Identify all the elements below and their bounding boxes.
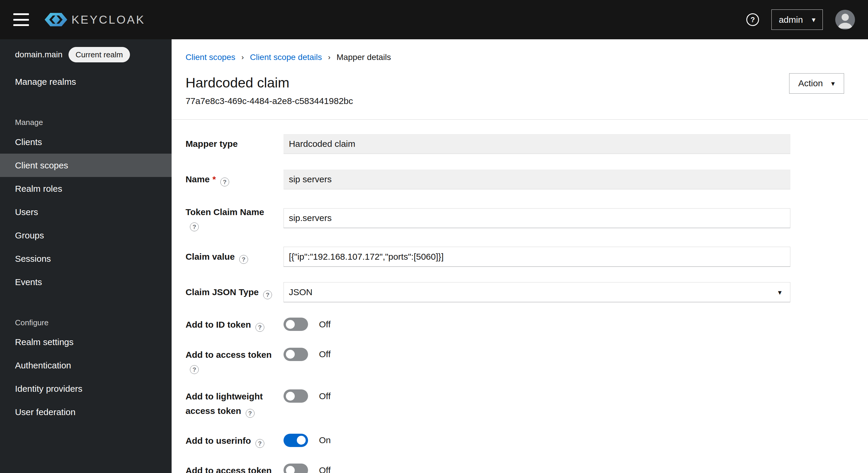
- sidebar-nav: domain.main Current realm Manage realms …: [0, 39, 172, 473]
- breadcrumb-client-scopes[interactable]: Client scopes: [185, 53, 236, 62]
- sidebar-item-sessions[interactable]: Sessions: [0, 247, 172, 270]
- add-to-access-token-label: Add to access token: [185, 350, 272, 359]
- masthead: KEYCLOAK ? admin ▾: [0, 0, 868, 39]
- nav-section-title-configure: Configure: [0, 314, 172, 331]
- mapper-type-input: [283, 134, 790, 154]
- form-row-name: Name*?: [185, 170, 868, 190]
- page-header: Client scopes › Client scope details › M…: [172, 39, 868, 119]
- form-row-claim-json-type: Claim JSON Type? JSON ▾: [185, 282, 868, 302]
- username-label: admin: [779, 15, 803, 25]
- add-to-access-token-toggle[interactable]: [283, 348, 308, 361]
- sidebar-item-identity-providers[interactable]: Identity providers: [0, 377, 172, 401]
- sidebar-item-realm-roles[interactable]: Realm roles: [0, 177, 172, 200]
- form-row-add-to-userinfo: Add to userinfo? On: [185, 434, 868, 448]
- caret-down-icon: ▾: [831, 79, 835, 88]
- form-row-add-to-lightweight-access-token: Add to lightweight access token? Off: [185, 389, 868, 418]
- sidebar-item-users[interactable]: Users: [0, 200, 172, 224]
- sidebar-item-realm-settings[interactable]: Realm settings: [0, 331, 172, 354]
- claim-json-type-select[interactable]: JSON ▾: [283, 282, 790, 302]
- help-icon[interactable]: ?: [246, 409, 255, 418]
- caret-down-icon: ▾: [812, 16, 815, 24]
- switch-knob: [297, 436, 306, 445]
- help-icon[interactable]: ?: [239, 255, 248, 264]
- toggle-state-label: Off: [319, 319, 331, 329]
- form-row-add-to-access-token-2: Add to access token Off: [185, 464, 868, 473]
- form-row-token-claim-name: Token Claim Name?: [185, 205, 868, 231]
- action-label: Action: [798, 78, 823, 88]
- brand-name: KEYCLOAK: [71, 13, 145, 26]
- user-menu-dropdown[interactable]: admin ▾: [771, 9, 823, 30]
- form-row-mapper-type: Mapper type: [185, 134, 868, 154]
- help-icon[interactable]: ?: [255, 323, 264, 332]
- mapper-type-label: Mapper type: [185, 139, 238, 149]
- name-label: Name: [185, 174, 210, 184]
- sidebar-item-clients[interactable]: Clients: [0, 130, 172, 154]
- add-to-lightweight-access-token-toggle[interactable]: [283, 389, 308, 403]
- breadcrumb-current: Mapper details: [336, 53, 391, 62]
- sidebar-item-client-scopes[interactable]: Client scopes: [0, 154, 172, 177]
- hamburger-menu-button[interactable]: [13, 13, 30, 26]
- current-realm-name: domain.main: [15, 50, 63, 59]
- page-title: Hardcoded claim: [185, 74, 353, 92]
- help-icon[interactable]: ?: [190, 223, 199, 231]
- switch-knob: [286, 466, 295, 473]
- add-to-userinfo-toggle[interactable]: [283, 434, 308, 447]
- form-row-add-to-access-token: Add to access token? Off: [185, 348, 868, 374]
- claim-value-label: Claim value: [185, 252, 235, 262]
- toggle-state-label: Off: [319, 349, 331, 359]
- current-realm-badge: Current realm: [68, 47, 130, 62]
- breadcrumb-separator-icon: ›: [242, 53, 244, 61]
- claim-value-input[interactable]: [283, 247, 790, 267]
- title-block: Hardcoded claim 77a7e8c3-469c-4484-a2e8-…: [185, 74, 353, 106]
- mapper-id: 77a7e8c3-469c-4484-a2e8-c583441982bc: [185, 96, 353, 106]
- switch-knob: [286, 392, 295, 401]
- help-icon[interactable]: ?: [190, 365, 199, 374]
- toggle-state-label: Off: [319, 465, 331, 473]
- help-icon[interactable]: ?: [220, 178, 229, 186]
- add-to-access-token-2-label: Add to access token: [185, 466, 272, 473]
- hamburger-bar: [13, 13, 29, 15]
- token-claim-name-input[interactable]: [283, 208, 790, 228]
- form-row-claim-value: Claim value?: [185, 247, 868, 267]
- caret-down-icon: ▾: [778, 288, 781, 297]
- breadcrumb-separator-icon: ›: [328, 53, 331, 61]
- breadcrumb: Client scopes › Client scope details › M…: [185, 53, 844, 62]
- title-row: Hardcoded claim 77a7e8c3-469c-4484-a2e8-…: [185, 74, 844, 106]
- switch-knob: [286, 320, 295, 329]
- add-to-id-token-label: Add to ID token: [185, 320, 251, 329]
- sidebar-item-events[interactable]: Events: [0, 270, 172, 294]
- switch-knob: [286, 350, 295, 359]
- help-icon[interactable]: ?: [263, 290, 272, 299]
- main-content: Client scopes › Client scope details › M…: [172, 39, 868, 473]
- toggle-state-label: Off: [319, 391, 331, 401]
- mapper-details-form: Mapper type Name*? Token: [172, 120, 868, 473]
- sidebar-item-authentication[interactable]: Authentication: [0, 354, 172, 377]
- name-input: [283, 170, 790, 190]
- claim-json-type-label: Claim JSON Type: [185, 287, 259, 297]
- sidebar-item-manage-realms[interactable]: Manage realms: [0, 70, 172, 93]
- realm-selector[interactable]: domain.main Current realm: [0, 39, 172, 70]
- required-indicator: *: [212, 174, 216, 184]
- body-row: domain.main Current realm Manage realms …: [0, 39, 868, 473]
- hamburger-bar: [13, 19, 29, 21]
- toggle-state-label: On: [319, 435, 331, 445]
- hamburger-bar: [13, 24, 29, 26]
- selected-option-label: JSON: [289, 287, 312, 297]
- keycloak-logo-icon: [44, 12, 68, 27]
- add-to-id-token-toggle[interactable]: [283, 318, 308, 331]
- nav-section-title-manage: Manage: [0, 114, 172, 130]
- sidebar-item-groups[interactable]: Groups: [0, 224, 172, 247]
- help-icon[interactable]: ?: [746, 13, 759, 26]
- token-claim-name-label: Token Claim Name: [185, 207, 264, 217]
- breadcrumb-client-scope-details[interactable]: Client scope details: [250, 53, 322, 62]
- avatar[interactable]: [835, 10, 855, 30]
- masthead-actions: ? admin ▾: [746, 9, 855, 30]
- add-to-userinfo-label: Add to userinfo: [185, 436, 251, 446]
- action-dropdown-button[interactable]: Action ▾: [789, 73, 844, 94]
- keycloak-brand: KEYCLOAK: [44, 12, 145, 27]
- form-row-add-to-id-token: Add to ID token? Off: [185, 318, 868, 332]
- add-to-access-token-2-toggle[interactable]: [283, 464, 308, 473]
- app-root: KEYCLOAK ? admin ▾ domain.main Current r…: [0, 0, 868, 473]
- sidebar-item-user-federation[interactable]: User federation: [0, 401, 172, 424]
- help-icon[interactable]: ?: [255, 439, 264, 448]
